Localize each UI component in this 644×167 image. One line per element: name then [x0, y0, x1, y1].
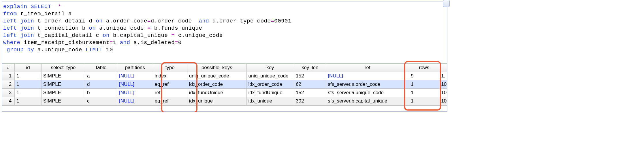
col-table[interactable]: table — [85, 64, 117, 72]
operator: = — [175, 39, 178, 46]
cell-type[interactable]: index — [153, 72, 187, 80]
row-number: 4 — [2, 97, 15, 105]
cell-rows[interactable]: 1 — [409, 89, 439, 97]
operator-star: * — [51, 3, 62, 10]
cell-key-len[interactable]: 302 — [294, 97, 326, 105]
row-number: 3 — [2, 89, 15, 97]
cell-type[interactable]: eq_ref — [153, 80, 187, 89]
col-type[interactable]: type — [153, 64, 187, 72]
cell-key[interactable]: idx_unique — [246, 97, 294, 105]
cell-table[interactable]: d — [85, 80, 117, 89]
keyword: from — [3, 11, 17, 17]
cell-key-len[interactable]: 152 — [294, 89, 326, 97]
keyword: on — [103, 32, 110, 39]
sql-text: t_item_detail a — [17, 11, 72, 17]
cell-select-type[interactable]: SIMPLE — [41, 89, 85, 97]
sql-editor[interactable]: explain SELECT *from t_item_detail aleft… — [2, 1, 447, 63]
col-select-type[interactable]: select_type — [41, 64, 85, 72]
gear-icon[interactable] — [443, 0, 450, 7]
sql-text: 10 — [103, 47, 113, 53]
cell-extra[interactable]: 1. — [439, 72, 447, 80]
col-key[interactable]: key — [246, 64, 294, 72]
cell-select-type[interactable]: SIMPLE — [41, 97, 85, 105]
row-number: 2 — [2, 80, 15, 89]
cell-key[interactable]: idx_fundUnique — [246, 89, 294, 97]
keyword: group — [3, 47, 24, 53]
col-key-len[interactable]: key_len — [294, 64, 326, 72]
sql-text: 1 — [113, 39, 120, 46]
col-extra[interactable] — [439, 64, 447, 72]
operator: = — [147, 18, 151, 24]
cell-key[interactable]: idx_order_code — [246, 80, 294, 89]
cell-possible-keys[interactable]: idx_order_code — [187, 80, 246, 89]
sql-text: t_connection b — [34, 25, 89, 31]
cell-key-len[interactable]: 152 — [294, 72, 326, 80]
table-header-row: # id select_type table partitions type p… — [2, 64, 447, 72]
sql-text: t_capital_detail c — [34, 32, 103, 39]
table-row[interactable]: 1 1 SIMPLE a [NULL] index uniq_unique_co… — [2, 72, 447, 80]
cell-partitions[interactable]: [NULL] — [117, 72, 153, 80]
cell-partitions[interactable]: [NULL] — [117, 97, 153, 105]
keyword: left — [3, 18, 17, 24]
cell-key[interactable]: uniq_unique_code — [246, 72, 294, 80]
cell-partitions[interactable]: [NULL] — [117, 80, 153, 89]
cell-ref[interactable]: sfs_server.b.capital_unique — [326, 97, 409, 105]
keyword: explain — [3, 3, 27, 10]
cell-extra[interactable]: 10 — [439, 80, 447, 89]
content-pane: explain SELECT *from t_item_detail aleft… — [2, 1, 447, 112]
cell-select-type[interactable]: SIMPLE — [41, 80, 85, 89]
table-row[interactable]: 4 1 SIMPLE c [NULL] eq_ref idx_unique id… — [2, 97, 447, 105]
cell-possible-keys[interactable]: idx_fundUnique — [187, 89, 246, 97]
cell-key-len[interactable]: 62 — [294, 80, 326, 89]
sql-text: b.capital_unique — [110, 32, 171, 39]
row-number: 1 — [2, 72, 15, 80]
cell-table[interactable]: c — [85, 97, 117, 105]
col-num[interactable]: # — [2, 64, 15, 72]
cell-ref[interactable]: [NULL] — [326, 72, 409, 80]
keyword: on — [89, 25, 96, 31]
operator: = — [171, 32, 175, 39]
cell-rows[interactable]: 9 — [409, 72, 439, 80]
cell-id[interactable]: 1 — [15, 89, 42, 97]
col-id[interactable]: id — [15, 64, 42, 72]
cell-partitions[interactable]: [NULL] — [117, 89, 153, 97]
result-grid[interactable]: # id select_type table partitions type p… — [2, 63, 447, 105]
cell-possible-keys[interactable]: uniq_unique_code — [187, 72, 246, 80]
cell-id[interactable]: 1 — [15, 80, 42, 89]
col-rows[interactable]: rows — [409, 64, 439, 72]
sql-text: t_order_detail d — [34, 18, 96, 24]
col-partitions[interactable]: partitions — [117, 64, 153, 72]
cell-rows[interactable]: 1 — [409, 80, 439, 89]
sql-text: a.unique_code — [96, 25, 147, 31]
app-window: explain SELECT *from t_item_detail aleft… — [0, 1, 449, 112]
keyword: left — [3, 32, 17, 39]
keyword: join — [20, 18, 34, 24]
sql-text: 00901 — [274, 18, 291, 24]
table-row[interactable]: 2 1 SIMPLE d [NULL] eq_ref idx_order_cod… — [2, 80, 447, 89]
keyword: where — [3, 39, 20, 46]
keyword: SELECT — [31, 3, 51, 10]
cell-rows[interactable]: 1 — [409, 97, 439, 105]
col-possible-keys[interactable]: possible_keys — [187, 64, 246, 72]
cell-possible-keys[interactable]: idx_unique — [187, 97, 246, 105]
keyword: left — [3, 25, 17, 31]
cell-type[interactable]: ref — [153, 89, 187, 97]
cell-extra[interactable]: 10 — [439, 89, 447, 97]
cell-ref[interactable]: sfs_server.a.unique_code — [326, 89, 409, 97]
sql-text: item_receipt_disbursement — [20, 39, 110, 46]
keyword: on — [96, 18, 103, 24]
sql-text: c.unique_code — [175, 32, 223, 39]
cell-table[interactable]: b — [85, 89, 117, 97]
cell-table[interactable]: a — [85, 72, 117, 80]
col-ref[interactable]: ref — [326, 64, 409, 72]
cell-ref[interactable]: sfs_server.a.order_code — [326, 80, 409, 89]
cell-id[interactable]: 1 — [15, 97, 42, 105]
cell-extra[interactable]: 10 — [439, 97, 447, 105]
cell-select-type[interactable]: SIMPLE — [41, 72, 85, 80]
cell-type[interactable]: eq_ref — [153, 97, 187, 105]
keyword: and — [199, 18, 209, 24]
grid-footer-space — [2, 105, 447, 111]
table-row[interactable]: 3 1 SIMPLE b [NULL] ref idx_fundUnique i… — [2, 89, 447, 97]
sql-text: d.order_code — [151, 18, 199, 24]
cell-id[interactable]: 1 — [15, 72, 42, 80]
